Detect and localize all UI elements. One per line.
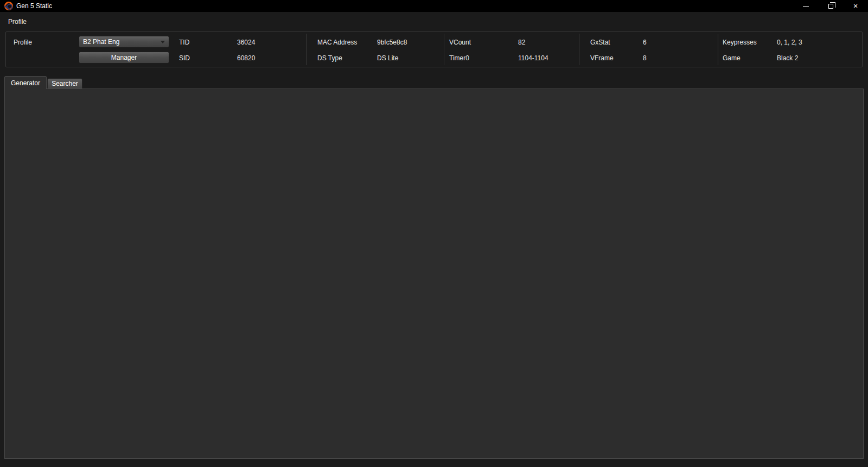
- tid-value: 36024: [237, 39, 255, 46]
- profile-separator: [718, 34, 718, 65]
- sid-label: SID: [179, 54, 190, 62]
- mac-address-value: 9bfc5e8c8: [377, 39, 407, 46]
- timer0-value: 1104-1104: [518, 54, 548, 62]
- chevron-down-icon: [161, 41, 165, 43]
- titlebar: Gen 5 Static ✕: [0, 0, 868, 12]
- app-window: Gen 5 Static ✕ Profile Profile B2 Phat E…: [0, 0, 868, 467]
- restore-button[interactable]: [818, 0, 843, 12]
- game-label: Game: [723, 54, 741, 62]
- mac-address-label: MAC Address: [317, 39, 357, 46]
- close-button[interactable]: ✕: [843, 0, 868, 12]
- restore-icon: [828, 4, 833, 9]
- game-value: Black 2: [777, 54, 798, 62]
- tab-searcher[interactable]: Searcher: [47, 78, 82, 89]
- minimize-icon: [803, 6, 809, 7]
- vframe-value: 8: [643, 54, 647, 62]
- profile-selected-value: B2 Phat Eng: [83, 38, 119, 46]
- gxstat-label: GxStat: [590, 39, 610, 46]
- keypresses-label: Keypresses: [723, 39, 757, 46]
- profile-separator: [444, 34, 444, 65]
- profile-separator: [307, 34, 307, 65]
- profile-separator: [579, 34, 579, 65]
- generator-tab-pane: [4, 89, 864, 459]
- vframe-label: VFrame: [590, 54, 614, 62]
- close-icon: ✕: [853, 3, 858, 9]
- timer0-label: Timer0: [449, 54, 469, 62]
- ds-type-value: DS Lite: [377, 54, 398, 62]
- tab-generator[interactable]: Generator: [4, 76, 47, 89]
- vcount-label: VCount: [449, 39, 471, 46]
- sid-value: 60820: [237, 54, 255, 62]
- window-controls: ✕: [793, 0, 868, 12]
- tid-label: TID: [179, 39, 189, 46]
- minimize-button[interactable]: [793, 0, 818, 12]
- profile-label: Profile: [14, 39, 32, 46]
- manager-button[interactable]: Manager: [79, 52, 169, 64]
- menubar: Profile: [0, 12, 868, 30]
- profile-select[interactable]: B2 Phat Eng: [79, 36, 169, 48]
- gxstat-value: 6: [643, 39, 647, 46]
- pokefinder-app-icon: [4, 2, 13, 10]
- keypresses-value: 0, 1, 2, 3: [777, 39, 802, 46]
- window-title: Gen 5 Static: [16, 2, 52, 10]
- vcount-value: 82: [518, 39, 525, 46]
- menu-profile[interactable]: Profile: [5, 17, 29, 27]
- ds-type-label: DS Type: [317, 54, 342, 62]
